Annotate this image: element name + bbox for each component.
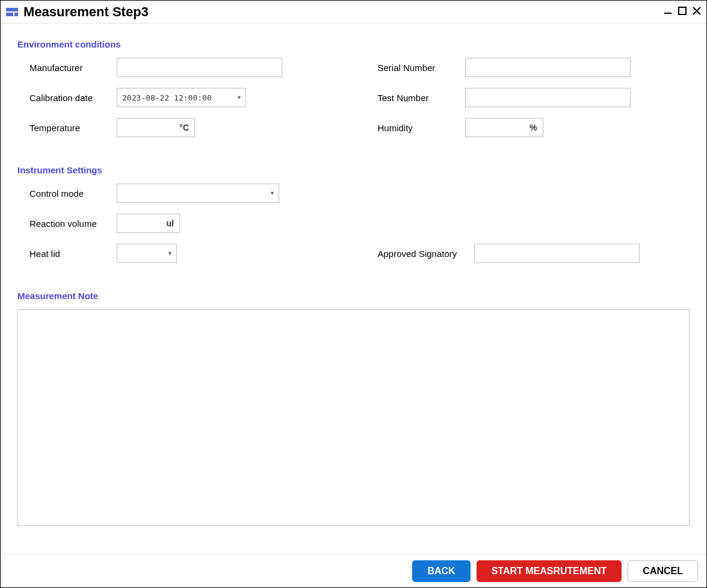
humidity-label: Humidity	[378, 123, 465, 133]
cancel-button[interactable]: CANCEL	[628, 560, 698, 582]
section-heading-environment: Environment conditions	[17, 39, 690, 49]
reaction-volume-input[interactable]	[117, 214, 180, 233]
calibration-date-picker[interactable]: 2023-08-22 12:00:00 ▼	[117, 88, 246, 107]
svg-rect-1	[6, 13, 13, 16]
svg-rect-2	[14, 13, 18, 16]
titlebar: Measurement Step3	[1, 1, 706, 23]
window: Measurement Step3 Environment conditions…	[0, 0, 707, 588]
minimize-button[interactable]	[663, 6, 673, 17]
manufacturer-input[interactable]	[117, 58, 282, 77]
temperature-input[interactable]	[117, 118, 195, 137]
chevron-down-icon: ▼	[167, 250, 173, 256]
chevron-down-icon: ▼	[270, 190, 275, 196]
svg-rect-0	[6, 8, 18, 11]
footer: BACK START MEASRUTEMENT CANCEL	[1, 554, 706, 587]
control-mode-label: Control mode	[29, 188, 117, 199]
serial-number-label: Serial Number	[378, 63, 465, 73]
content-area: Environment conditions Manufacturer Seri…	[1, 23, 706, 554]
manufacturer-label: Manufacturer	[29, 63, 117, 73]
temperature-label: Temperature	[29, 123, 117, 133]
section-heading-instrument: Instrument Settings	[17, 165, 690, 175]
measurement-note-textarea[interactable]	[17, 309, 690, 526]
start-measurement-button[interactable]: START MEASRUTEMENT	[477, 560, 622, 582]
heat-lid-label: Heat lid	[29, 249, 117, 259]
maximize-button[interactable]	[678, 6, 687, 17]
humidity-input[interactable]	[465, 118, 543, 137]
instrument-grid: Control mode ▼ Reaction volume ul Heat l…	[17, 184, 690, 274]
close-button[interactable]	[692, 6, 702, 17]
calibration-date-value: 2023-08-22 12:00:00	[122, 93, 212, 102]
control-mode-select[interactable]: ▼	[117, 184, 279, 203]
approved-signatory-label: Approved Signatory	[378, 249, 474, 259]
window-controls	[663, 6, 702, 17]
environment-grid: Manufacturer Serial Number Calibration d…	[17, 58, 690, 148]
heat-lid-select[interactable]: ▼	[117, 244, 177, 263]
test-number-label: Test Number	[378, 93, 465, 103]
reaction-volume-label: Reaction volume	[29, 218, 117, 229]
chevron-down-icon: ▼	[236, 94, 242, 101]
back-button[interactable]: BACK	[412, 560, 470, 582]
test-number-input[interactable]	[465, 88, 631, 107]
approved-signatory-input[interactable]	[474, 244, 640, 263]
window-title: Measurement Step3	[23, 4, 663, 20]
svg-rect-4	[679, 7, 686, 14]
section-heading-note: Measurement Note	[17, 291, 690, 301]
calibration-date-label: Calibration date	[29, 93, 117, 103]
serial-number-input[interactable]	[465, 58, 631, 77]
app-icon	[5, 7, 19, 17]
